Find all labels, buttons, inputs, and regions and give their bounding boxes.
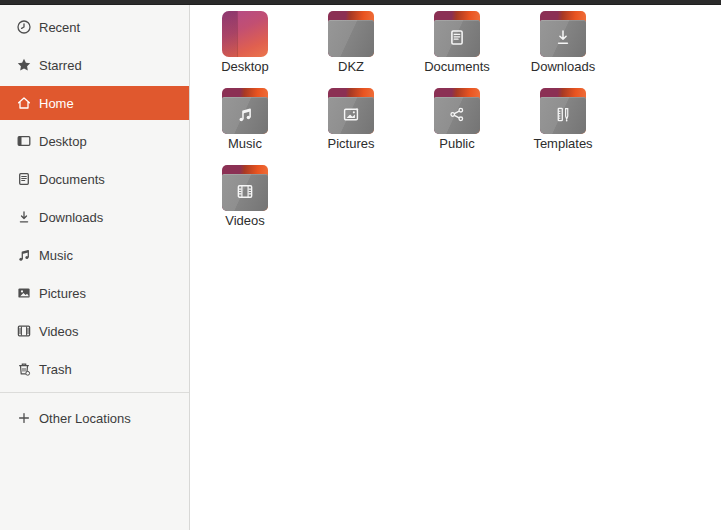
sidebar-item-starred[interactable]: Starred [0, 48, 189, 82]
desktop-icon [16, 133, 32, 149]
sidebar-item-desktop[interactable]: Desktop [0, 124, 189, 158]
sidebar-item-label: Home [39, 96, 74, 111]
pictures-emblem-icon [342, 105, 361, 124]
sidebar-item-label: Recent [39, 20, 80, 35]
sidebar-item-label: Pictures [39, 286, 86, 301]
file-item-desktop[interactable]: Desktop [192, 9, 298, 86]
places-sidebar: Recent Starred Home Desktop [0, 5, 190, 530]
folder-templates-icon [539, 86, 587, 134]
sidebar-divider [0, 392, 189, 393]
file-item-documents[interactable]: Documents [404, 9, 510, 86]
file-item-label: DKZ [338, 59, 364, 75]
file-item-videos[interactable]: Videos [192, 163, 298, 240]
folder-videos-icon [221, 163, 269, 211]
file-grid: Desktop DKZ Documents [190, 5, 721, 530]
music-icon [16, 247, 32, 263]
file-item-pictures[interactable]: Pictures [298, 86, 404, 163]
sidebar-item-label: Desktop [39, 134, 87, 149]
sidebar-item-label: Music [39, 248, 73, 263]
file-item-label: Documents [424, 59, 490, 75]
file-item-label: Pictures [328, 136, 375, 152]
window-content: Recent Starred Home Desktop [0, 5, 721, 530]
share-emblem-icon [448, 105, 467, 124]
downloads-icon [16, 209, 32, 225]
music-emblem-icon [236, 105, 255, 124]
sidebar-item-label: Trash [39, 362, 72, 377]
file-item-public[interactable]: Public [404, 86, 510, 163]
file-item-music[interactable]: Music [192, 86, 298, 163]
sidebar-item-label: Downloads [39, 210, 103, 225]
folder-music-icon [221, 86, 269, 134]
plus-icon [16, 410, 32, 426]
sidebar-item-music[interactable]: Music [0, 238, 189, 272]
templates-emblem-icon [554, 105, 573, 124]
clock-icon [16, 19, 32, 35]
sidebar-item-downloads[interactable]: Downloads [0, 200, 189, 234]
folder-documents-icon [433, 9, 481, 57]
sidebar-item-recent[interactable]: Recent [0, 10, 189, 44]
file-item-label: Public [439, 136, 474, 152]
file-item-templates[interactable]: Templates [510, 86, 616, 163]
folder-public-icon [433, 86, 481, 134]
home-icon [16, 95, 32, 111]
file-item-label: Downloads [531, 59, 595, 75]
file-item-dkz[interactable]: DKZ [298, 9, 404, 86]
file-manager-window: Recent Starred Home Desktop [0, 0, 721, 530]
file-item-label: Desktop [221, 59, 269, 75]
star-icon [16, 57, 32, 73]
downloads-emblem-icon [554, 28, 573, 47]
file-item-label: Music [228, 136, 262, 152]
sidebar-item-label: Starred [39, 58, 82, 73]
sidebar-item-documents[interactable]: Documents [0, 162, 189, 196]
file-item-label: Videos [225, 213, 265, 229]
videos-icon [16, 323, 32, 339]
documents-emblem-icon [448, 28, 467, 47]
sidebar-item-pictures[interactable]: Pictures [0, 276, 189, 310]
sidebar-item-label: Documents [39, 172, 105, 187]
file-item-label: Templates [533, 136, 592, 152]
sidebar-item-home[interactable]: Home [0, 86, 189, 120]
sidebar-item-label: Other Locations [39, 411, 131, 426]
sidebar-item-trash[interactable]: Trash [0, 352, 189, 386]
sidebar-item-videos[interactable]: Videos [0, 314, 189, 348]
user-desktop-icon [221, 9, 269, 57]
pictures-icon [16, 285, 32, 301]
sidebar-item-label: Videos [39, 324, 79, 339]
sidebar-item-other-locations[interactable]: Other Locations [0, 401, 189, 435]
folder-downloads-icon [539, 9, 587, 57]
videos-emblem-icon [236, 182, 255, 201]
folder-icon [327, 9, 375, 57]
documents-icon [16, 171, 32, 187]
file-item-downloads[interactable]: Downloads [510, 9, 616, 86]
trash-icon [16, 361, 32, 377]
folder-pictures-icon [327, 86, 375, 134]
